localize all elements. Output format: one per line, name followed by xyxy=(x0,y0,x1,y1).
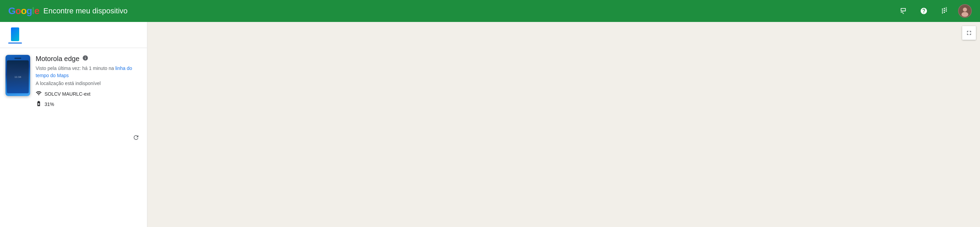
map-background xyxy=(147,22,980,227)
device-screen: 11:34 xyxy=(7,60,29,93)
refresh-button[interactable] xyxy=(130,132,142,143)
device-wifi-info: SOLCV MAURLC-ext xyxy=(36,90,142,98)
map-controls xyxy=(962,26,976,40)
svg-rect-0 xyxy=(902,13,904,14)
help-button[interactable] xyxy=(917,4,931,18)
device-details: Motorola edge Visto pela última vez: há … xyxy=(36,55,142,108)
fullscreen-button[interactable] xyxy=(962,26,976,40)
map-area[interactable]: Carrera 10 Carrera 2 Calle II XX XIII Ca… xyxy=(147,22,980,227)
info-icon[interactable] xyxy=(82,55,88,63)
wifi-network-name: SOLCV MAURLC-ext xyxy=(45,91,91,97)
apps-button[interactable] xyxy=(937,4,951,18)
feedback-button[interactable] xyxy=(896,4,910,18)
user-avatar[interactable] xyxy=(958,4,972,18)
device-battery-info: 31% xyxy=(36,101,142,108)
svg-point-3 xyxy=(961,12,968,17)
wifi-icon xyxy=(36,90,42,98)
header-icons xyxy=(896,4,972,18)
device-name: Motorola edge xyxy=(36,55,80,63)
device-tab[interactable] xyxy=(5,26,25,45)
app-header: Google Encontre meu dispositivo xyxy=(0,0,980,22)
device-info-section: 11:34 Motorola edge Visto pela última ve… xyxy=(0,48,147,227)
logo-area: Google Encontre meu dispositivo xyxy=(8,5,896,16)
google-logo: Google xyxy=(8,5,39,16)
svg-point-2 xyxy=(963,8,967,12)
device-last-seen: Visto pela última vez: há 1 minuto na li… xyxy=(36,65,142,79)
device-tab-bar xyxy=(5,26,142,45)
sidebar-top xyxy=(0,22,147,48)
device-tab-indicator xyxy=(8,43,22,43)
battery-percentage: 31% xyxy=(45,101,54,107)
refresh-button-container xyxy=(130,132,142,143)
device-image: 11:34 xyxy=(5,55,30,96)
device-tab-icon xyxy=(11,27,19,41)
device-location-status: A localização está indisponível xyxy=(36,81,142,86)
device-name-row: Motorola edge xyxy=(36,55,142,63)
main-content: 11:34 Motorola edge Visto pela última ve… xyxy=(0,22,980,227)
app-title: Encontre meu dispositivo xyxy=(43,6,127,16)
sidebar: 11:34 Motorola edge Visto pela última ve… xyxy=(0,22,147,227)
battery-icon xyxy=(36,101,42,108)
